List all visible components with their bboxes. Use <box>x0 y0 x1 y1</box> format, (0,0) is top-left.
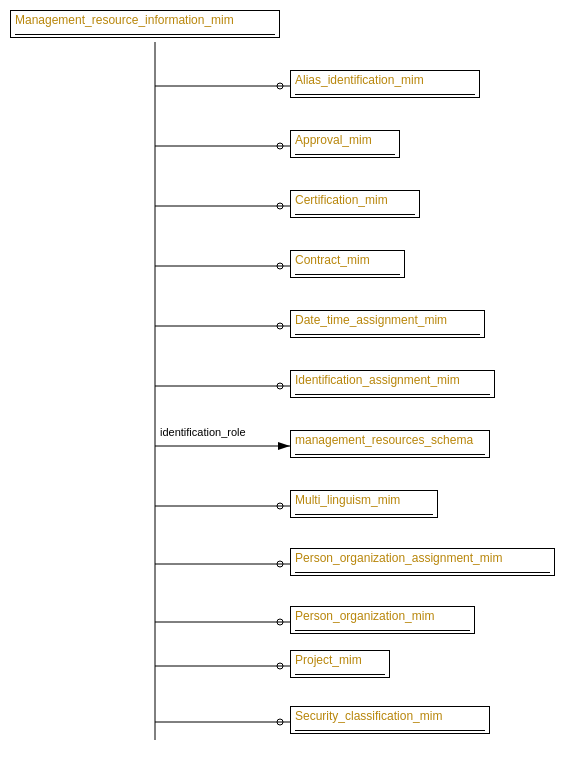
node-certification-label: Certification_mim <box>295 193 388 207</box>
node-security-label: Security_classification_mim <box>295 709 442 723</box>
svg-point-20 <box>277 619 283 625</box>
node-management: management_resources_schema <box>290 430 490 458</box>
connector-label: identification_role <box>160 426 246 438</box>
node-person-org-label: Person_organization_mim <box>295 609 434 623</box>
node-contract: Contract_mim <box>290 250 405 278</box>
svg-point-6 <box>277 203 283 209</box>
svg-point-4 <box>277 143 283 149</box>
svg-point-2 <box>277 83 283 89</box>
node-certification: Certification_mim <box>290 190 420 218</box>
node-root-label: Management_resource_information_mim <box>15 13 234 27</box>
node-identification: Identification_assignment_mim <box>290 370 495 398</box>
svg-point-12 <box>277 383 283 389</box>
node-datetime-label: Date_time_assignment_mim <box>295 313 447 327</box>
svg-point-22 <box>277 663 283 669</box>
node-person-org-assign-label: Person_organization_assignment_mim <box>295 551 502 565</box>
node-project-label: Project_mim <box>295 653 362 667</box>
svg-point-18 <box>277 561 283 567</box>
node-multilinguism-label: Multi_linguism_mim <box>295 493 400 507</box>
node-contract-label: Contract_mim <box>295 253 370 267</box>
node-approval: Approval_mim <box>290 130 400 158</box>
node-alias: Alias_identification_mim <box>290 70 480 98</box>
node-approval-label: Approval_mim <box>295 133 372 147</box>
node-multilinguism: Multi_linguism_mim <box>290 490 438 518</box>
svg-point-16 <box>277 503 283 509</box>
node-identification-label: Identification_assignment_mim <box>295 373 460 387</box>
node-person-org-assign: Person_organization_assignment_mim <box>290 548 555 576</box>
node-datetime: Date_time_assignment_mim <box>290 310 485 338</box>
node-root: Management_resource_information_mim <box>10 10 280 38</box>
svg-point-10 <box>277 323 283 329</box>
node-security: Security_classification_mim <box>290 706 490 734</box>
node-person-org: Person_organization_mim <box>290 606 475 634</box>
svg-point-24 <box>277 719 283 725</box>
node-alias-label: Alias_identification_mim <box>295 73 424 87</box>
node-project: Project_mim <box>290 650 390 678</box>
diagram-container: identification_role Management_resource_… <box>0 0 573 766</box>
node-management-label: management_resources_schema <box>295 433 473 447</box>
svg-point-8 <box>277 263 283 269</box>
svg-marker-14 <box>278 442 290 450</box>
